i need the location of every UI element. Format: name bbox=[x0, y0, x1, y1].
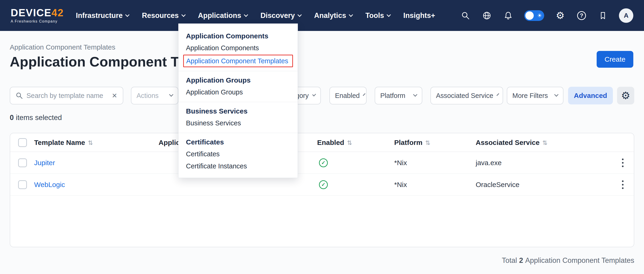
menu-divider bbox=[178, 133, 298, 133]
platform-filter-label: Platform bbox=[380, 92, 405, 99]
chevron-down-icon bbox=[413, 92, 417, 96]
menu-header-business-services: Business Services bbox=[186, 107, 293, 115]
notifications-bell-icon[interactable] bbox=[503, 10, 514, 21]
nav-insights[interactable]: Insights+ bbox=[403, 12, 435, 20]
sort-icon[interactable]: ⇅ bbox=[542, 139, 548, 146]
more-filters-label: More Filters bbox=[512, 92, 548, 99]
chevron-down-icon bbox=[349, 13, 353, 17]
more-filters-dropdown[interactable]: More Filters bbox=[507, 87, 564, 104]
nav-label: Infrastructure bbox=[76, 12, 123, 20]
column-template-name: Template Name⇅ bbox=[34, 139, 93, 147]
sort-icon[interactable]: ⇅ bbox=[88, 139, 93, 146]
table-settings-button[interactable]: ⚙ bbox=[617, 87, 634, 104]
menu-header-certificates: Certificates bbox=[186, 138, 293, 146]
nav-infrastructure[interactable]: Infrastructure bbox=[76, 12, 129, 20]
table-row: Jupiter ✓ *Nix java.exe bbox=[10, 152, 634, 174]
menu-header-application-groups: Application Groups bbox=[186, 76, 293, 84]
actions-label: Actions bbox=[136, 92, 158, 99]
bookmark-icon[interactable] bbox=[598, 10, 608, 21]
chevron-down-icon bbox=[298, 13, 302, 17]
associated-service-filter-dropdown[interactable]: Associated Service bbox=[430, 87, 503, 104]
sort-icon[interactable]: ⇅ bbox=[425, 139, 430, 146]
row-checkbox[interactable] bbox=[18, 180, 27, 189]
template-link-jupiter[interactable]: Jupiter bbox=[34, 159, 55, 167]
nav-label: Discovery bbox=[260, 12, 295, 20]
nav-label: Insights+ bbox=[403, 12, 435, 20]
enabled-check-icon: ✓ bbox=[319, 158, 328, 167]
column-label: Enabled bbox=[317, 139, 344, 146]
menu-header-application-components: Application Components bbox=[186, 32, 293, 40]
actions-dropdown[interactable]: Actions bbox=[131, 87, 178, 104]
create-button[interactable]: Create bbox=[597, 51, 633, 68]
menu-item-business-services[interactable]: Business Services bbox=[186, 117, 293, 129]
template-search-box[interactable]: ✕ bbox=[10, 87, 123, 104]
nav-discovery[interactable]: Discovery bbox=[260, 12, 301, 20]
total-suffix: Application Component Templates bbox=[525, 256, 634, 265]
total-prefix: Total bbox=[502, 256, 517, 265]
associated-service-value: java.exe bbox=[476, 159, 502, 167]
clear-search-icon[interactable]: ✕ bbox=[112, 92, 118, 99]
nav-utilities: ☀ ⚙ ? A bbox=[460, 8, 633, 23]
top-nav: DEVICE42 A Freshworks Company Infrastruc… bbox=[0, 0, 644, 31]
advanced-button[interactable]: Advanced bbox=[568, 87, 613, 104]
search-icon[interactable] bbox=[460, 10, 471, 21]
column-enabled: Enabled⇅ bbox=[317, 139, 352, 147]
chevron-down-icon bbox=[363, 93, 366, 96]
platform-value: *Nix bbox=[394, 181, 407, 189]
platform-value: *Nix bbox=[394, 159, 407, 167]
help-icon[interactable]: ? bbox=[576, 10, 587, 21]
device42-logo[interactable]: DEVICE42 A Freshworks Company bbox=[11, 8, 64, 24]
chevron-down-icon bbox=[125, 13, 130, 17]
template-link-weblogic[interactable]: WebLogic bbox=[34, 181, 65, 189]
menu-item-application-component-templates[interactable]: Application Component Templates bbox=[183, 55, 293, 67]
nav-label: Analytics bbox=[314, 12, 346, 20]
column-label: Associated Service bbox=[476, 139, 540, 146]
chevron-down-icon bbox=[181, 13, 186, 17]
nav-analytics[interactable]: Analytics bbox=[314, 12, 352, 20]
nav-applications[interactable]: Applications bbox=[198, 12, 248, 20]
primary-nav: Infrastructure Resources Applications Di… bbox=[76, 12, 435, 20]
menu-item-application-groups[interactable]: Application Groups bbox=[186, 86, 293, 98]
theme-toggle[interactable]: ☀ bbox=[524, 10, 544, 21]
row-actions-kebab-icon[interactable] bbox=[618, 179, 627, 190]
associated-service-filter-label: Associated Service bbox=[436, 92, 493, 99]
menu-divider bbox=[178, 102, 298, 102]
nav-tools[interactable]: Tools bbox=[366, 12, 390, 20]
enabled-filter-dropdown[interactable]: Enabled bbox=[330, 87, 366, 104]
brand-device-text: DEVICE bbox=[11, 7, 52, 18]
chevron-down-icon bbox=[244, 13, 248, 17]
nav-label: Resources bbox=[142, 12, 179, 20]
menu-section-certificates: Certificates Certificates Certificate In… bbox=[178, 138, 298, 172]
user-avatar[interactable]: A bbox=[619, 8, 633, 23]
selected-count: 0 bbox=[10, 113, 14, 122]
breadcrumb: Application Component Templates bbox=[10, 43, 116, 51]
search-input[interactable] bbox=[26, 92, 108, 99]
column-platform: Platform⇅ bbox=[394, 139, 430, 147]
column-label: Template Name bbox=[34, 139, 85, 146]
menu-item-certificate-instances[interactable]: Certificate Instances bbox=[186, 160, 293, 172]
chevron-down-icon bbox=[554, 92, 558, 96]
platform-filter-dropdown[interactable]: Platform bbox=[375, 87, 422, 104]
menu-item-certificates[interactable]: Certificates bbox=[186, 148, 293, 160]
menu-item-application-components[interactable]: Application Components bbox=[186, 42, 293, 54]
column-label: Platform bbox=[394, 139, 422, 146]
row-actions-kebab-icon[interactable] bbox=[618, 158, 627, 168]
nav-resources[interactable]: Resources bbox=[142, 12, 185, 20]
sort-icon[interactable]: ⇅ bbox=[347, 139, 352, 146]
toggle-knob bbox=[525, 12, 534, 20]
search-icon bbox=[15, 92, 23, 99]
column-associated-service: Associated Service⇅ bbox=[476, 139, 548, 147]
settings-gear-icon[interactable]: ⚙ bbox=[555, 10, 566, 21]
select-all-checkbox[interactable] bbox=[18, 138, 27, 147]
enabled-filter-label: Enabled bbox=[335, 92, 360, 99]
globe-icon[interactable] bbox=[482, 10, 492, 21]
chevron-down-icon bbox=[496, 93, 499, 96]
table-header-row: Template Name⇅ Application Components⇅ E… bbox=[10, 133, 634, 152]
brand-42-text: 42 bbox=[52, 7, 64, 18]
avatar-letter: A bbox=[624, 12, 628, 19]
selection-summary: 0 items selected bbox=[10, 113, 62, 122]
applications-dropdown-menu: Application Components Application Compo… bbox=[178, 24, 298, 178]
brand-wordmark: DEVICE42 bbox=[11, 8, 64, 18]
associated-service-value: OracleService bbox=[476, 181, 519, 189]
row-checkbox[interactable] bbox=[18, 158, 27, 167]
